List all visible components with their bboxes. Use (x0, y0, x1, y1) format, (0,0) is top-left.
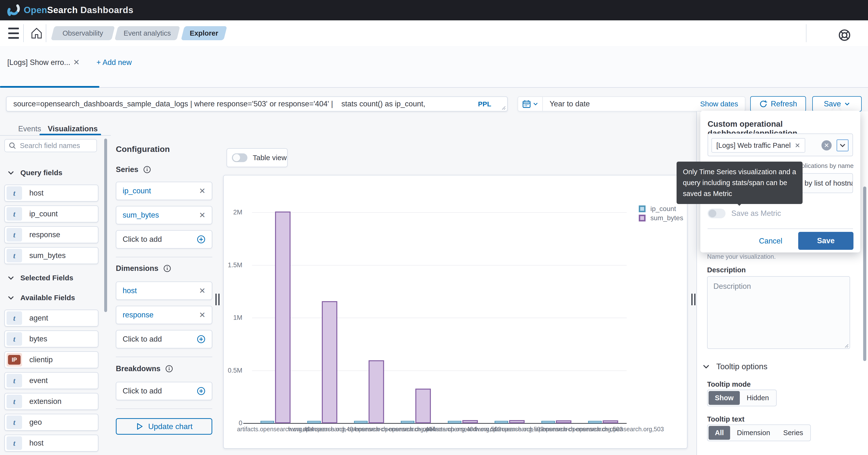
visualization-chart[interactable] (223, 175, 687, 449)
breakdown-add-button[interactable]: Click to add (116, 382, 212, 400)
info-icon[interactable] (163, 265, 171, 272)
field-sum-bytes[interactable]: tsum_bytes (4, 247, 98, 264)
remove-icon[interactable]: ✕ (199, 186, 206, 196)
opensearch-logo[interactable]: OpenSearch Dashboards (7, 3, 133, 17)
update-chart-button[interactable]: Update chart (116, 418, 212, 435)
panel-resize-handle[interactable] (690, 294, 696, 305)
breadcrumb-observability[interactable]: Observability (51, 26, 115, 40)
chevron-down-icon (839, 142, 846, 149)
clear-selection-icon[interactable]: ✕ (822, 140, 832, 151)
info-icon[interactable] (165, 365, 173, 372)
y-axis-tick: 2M (213, 208, 242, 216)
remove-icon[interactable]: ✕ (199, 286, 206, 295)
field-response[interactable]: tresponse (4, 226, 98, 243)
metric-tooltip: Only Time Series visualization and a que… (677, 162, 803, 204)
chart-bar (401, 421, 414, 423)
calendar-dropdown-button[interactable] (518, 97, 543, 111)
field-geo[interactable]: tgeo (4, 414, 98, 431)
resize-handle-icon[interactable] (843, 343, 848, 348)
refresh-button[interactable]: Refresh (750, 96, 806, 112)
table-view-label: Table view (253, 154, 287, 162)
series-item-sum-bytes[interactable]: sum_bytes✕ (116, 206, 212, 224)
ip-type-icon: IP (6, 353, 22, 366)
info-icon[interactable] (143, 166, 151, 173)
dimension-item-host[interactable]: host✕ (116, 282, 212, 300)
field-search-box[interactable] (4, 139, 97, 152)
plus-circle-icon (197, 235, 206, 244)
section-query-fields[interactable]: Query fields (7, 169, 62, 177)
close-tab-icon[interactable]: ✕ (73, 58, 80, 67)
cancel-button[interactable]: Cancel (759, 237, 782, 246)
tab-row-divider (0, 87, 868, 88)
description-textarea[interactable] (707, 276, 850, 349)
tooltip-text-series[interactable]: Series (777, 426, 809, 440)
combo-dropdown-button[interactable] (837, 139, 848, 152)
add-new-tab-button[interactable]: + Add new (96, 58, 132, 67)
table-view-toggle[interactable] (232, 153, 247, 162)
time-range-value[interactable]: Year to date (550, 100, 700, 108)
field-clientip[interactable]: IPclientip (4, 351, 98, 368)
breadcrumb-explorer[interactable]: Explorer (181, 26, 227, 40)
menu-icon[interactable] (8, 28, 19, 39)
text-type-icon: t (6, 186, 22, 200)
save-confirm-button[interactable]: Save (798, 232, 854, 250)
field-host-available[interactable]: thost (4, 435, 98, 452)
tooltip-text-all[interactable]: All (709, 426, 730, 440)
field-bytes[interactable]: tbytes (4, 330, 98, 348)
selected-panel-tag[interactable]: [Logs] Web traffic Panel (711, 138, 805, 153)
field-host[interactable]: thost (4, 185, 98, 202)
tooltip-options-accordion[interactable]: Tooltip options (702, 362, 768, 371)
text-type-icon: t (6, 395, 22, 408)
popup-divider (708, 228, 853, 229)
chart-bar (603, 420, 618, 423)
chart-bar (322, 301, 337, 423)
dimension-add-button[interactable]: Click to add (116, 330, 212, 348)
field-agent[interactable]: tagent (4, 310, 98, 327)
tab-visualizations[interactable]: Visualizations (48, 125, 98, 133)
nav-divider (46, 24, 46, 42)
series-item-ip-count[interactable]: ip_count✕ (116, 182, 212, 200)
ppl-query-text[interactable]: source=opensearch_dashboards_sample_data… (13, 98, 466, 111)
text-type-icon: t (6, 311, 22, 325)
remove-icon[interactable]: ✕ (199, 311, 206, 320)
section-selected-fields[interactable]: Selected Fields (7, 274, 73, 282)
resize-handle-icon[interactable] (500, 105, 506, 110)
field-extension[interactable]: textension (4, 393, 98, 410)
field-event[interactable]: tevent (4, 372, 98, 389)
legend-item-ip-count[interactable]: ip_count (639, 205, 676, 213)
legend-swatch-sum-bytes (639, 215, 646, 222)
ppl-query-input[interactable]: source=opensearch_dashboards_sample_data… (6, 96, 508, 111)
home-icon[interactable] (31, 27, 43, 39)
app-header: OpenSearch Dashboards (0, 0, 868, 20)
y-axis-tick: 1M (213, 314, 242, 322)
sidebar-scrollbar[interactable] (104, 138, 107, 312)
series-add-button[interactable]: Click to add (116, 230, 212, 249)
tooltip-mode-hidden[interactable]: Hidden (740, 391, 775, 405)
tab-logs-show-errors[interactable]: [Logs] Show erro... (7, 58, 70, 67)
dimension-item-response[interactable]: response✕ (116, 306, 212, 324)
chart-bar (462, 420, 478, 423)
right-panel-scrollbar[interactable] (863, 187, 866, 361)
legend-item-sum-bytes[interactable]: sum_bytes (639, 214, 683, 222)
chart-gridline (252, 265, 627, 265)
series-heading: Series (116, 165, 151, 174)
breadcrumb-event-analytics[interactable]: Event analytics (115, 26, 180, 40)
show-dates-link[interactable]: Show dates (700, 100, 738, 108)
tooltip-text-dimension[interactable]: Dimension (731, 426, 776, 440)
panel-resize-handle[interactable] (214, 294, 220, 305)
chart-bar (448, 421, 461, 423)
dashboard-combo-box[interactable]: [Logs] Web traffic Panel ✕ (708, 133, 853, 156)
tab-events[interactable]: Events (18, 125, 41, 133)
remove-icon[interactable]: ✕ (199, 210, 206, 220)
section-available-fields[interactable]: Available Fields (7, 294, 75, 302)
save-as-metric-toggle[interactable] (708, 208, 725, 218)
time-range-picker[interactable]: Year to date Show dates (518, 96, 745, 111)
search-input[interactable] (20, 141, 93, 150)
table-view-toggle-card[interactable]: Table view (226, 148, 288, 167)
plus-circle-icon (197, 387, 206, 395)
tooltip-text-label: Tooltip text (707, 415, 744, 423)
help-icon[interactable] (838, 29, 851, 42)
tooltip-mode-show[interactable]: Show (709, 391, 740, 405)
field-ip-count[interactable]: tip_count (4, 205, 98, 222)
remove-tag-icon[interactable] (795, 142, 800, 148)
